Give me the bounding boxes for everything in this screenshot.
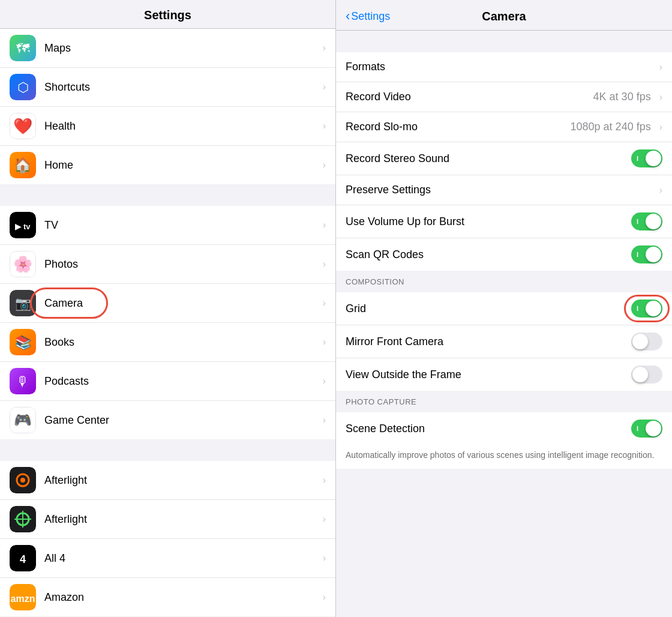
settings-group-0: 🗺Maps›⬡Shortcuts›❤️Health›🏠Home› xyxy=(0,29,335,184)
toggle-thumb xyxy=(646,247,661,262)
svg-text:📚: 📚 xyxy=(15,334,32,351)
toggle-track: I xyxy=(631,149,662,167)
right-item-record-video[interactable]: Record Video4K at 30 fps› xyxy=(336,82,672,112)
podcasts-label: Podcasts xyxy=(44,375,318,388)
toggle-grid[interactable]: I xyxy=(631,299,662,318)
toggle-record-stereo[interactable]: I xyxy=(631,149,662,167)
health-chevron-icon: › xyxy=(323,121,326,131)
settings-item-afterlight2[interactable]: Afterlight› xyxy=(0,500,335,539)
right-item-label-scan-qr: Scan QR Codes xyxy=(346,248,631,261)
settings-item-books[interactable]: 📚Books› xyxy=(0,323,335,362)
toggle-track: I xyxy=(631,212,662,230)
svg-text:amzn: amzn xyxy=(11,594,35,604)
home-icon: 🏠 xyxy=(10,152,36,178)
right-content: Formats›Record Video4K at 30 fps›Record … xyxy=(336,31,672,617)
right-item-record-stereo: Record Stereo SoundI xyxy=(336,142,672,175)
right-section-2: Scene DetectionI xyxy=(336,412,672,445)
settings-item-podcasts[interactable]: 🎙Podcasts› xyxy=(0,362,335,401)
right-item-label-scene-detection: Scene Detection xyxy=(346,423,631,435)
right-item-preserve-settings[interactable]: Preserve Settings› xyxy=(336,175,672,205)
toggle-i-label: I xyxy=(637,251,638,258)
left-panel: Settings 🗺Maps›⬡Shortcuts›❤️Health›🏠Home… xyxy=(0,0,336,617)
settings-item-all4[interactable]: 4All 4› xyxy=(0,539,335,578)
toggle-volume-burst[interactable]: I xyxy=(631,212,662,230)
all4-icon: 4 xyxy=(10,545,36,571)
right-item-label-mirror-front: Mirror Front Camera xyxy=(346,336,631,348)
toggle-thumb xyxy=(632,334,648,349)
svg-text:🗺: 🗺 xyxy=(16,41,30,56)
afterlight1-icon xyxy=(10,467,36,493)
right-item-label-view-outside: View Outside the Frame xyxy=(346,369,631,381)
settings-item-amazon[interactable]: amznAmazon› xyxy=(0,578,335,616)
toggle-view-outside[interactable] xyxy=(631,366,662,384)
toggle-track: I xyxy=(631,245,662,263)
toggle-i-label: I xyxy=(637,155,638,162)
toggle-i-label: I xyxy=(637,425,638,432)
photos-chevron-icon: › xyxy=(323,259,326,269)
settings-group-2: Afterlight›Afterlight›4All 4›amznAmazon› xyxy=(0,461,335,616)
books-chevron-icon: › xyxy=(323,337,326,348)
right-item-label-formats: Formats xyxy=(346,61,655,73)
maps-chevron-icon: › xyxy=(323,43,326,53)
amazon-chevron-icon: › xyxy=(323,592,326,603)
toggle-scene-detection[interactable]: I xyxy=(631,420,662,438)
settings-group-1: ▶ tvTV›🌸Photos›📷Camera›📚Books›🎙Podcasts›… xyxy=(0,206,335,439)
right-item-mirror-front: Mirror Front Camera xyxy=(336,325,672,358)
camera-chevron-icon: › xyxy=(323,298,326,308)
shortcuts-label: Shortcuts xyxy=(44,81,318,94)
photos-label: Photos xyxy=(44,258,318,271)
right-header: ‹ Settings Camera xyxy=(336,0,672,31)
separator-0 xyxy=(0,184,335,206)
toggle-track: I xyxy=(631,299,662,318)
settings-item-afterlight1[interactable]: Afterlight› xyxy=(0,461,335,500)
tv-icon: ▶ tv xyxy=(10,212,36,238)
gamecenter-icon: 🎮 xyxy=(10,407,36,433)
svg-point-16 xyxy=(20,478,25,483)
toggle-track xyxy=(631,366,662,384)
right-item-value-record-video: 4K at 30 fps xyxy=(593,91,651,103)
back-button[interactable]: ‹ Settings xyxy=(346,8,390,24)
right-item-chevron-formats: › xyxy=(659,62,662,73)
settings-item-health[interactable]: ❤️Health› xyxy=(0,107,335,146)
home-chevron-icon: › xyxy=(323,160,326,170)
section-label-1: COMPOSITION xyxy=(346,277,404,286)
settings-item-maps[interactable]: 🗺Maps› xyxy=(0,29,335,68)
back-label: Settings xyxy=(351,10,390,23)
right-item-label-preserve-settings: Preserve Settings xyxy=(346,184,655,196)
svg-text:🏠: 🏠 xyxy=(14,156,32,173)
shortcuts-icon: ⬡ xyxy=(10,74,36,100)
toggle-thumb xyxy=(646,151,661,166)
right-item-volume-burst: Use Volume Up for BurstI xyxy=(336,205,672,238)
svg-text:📷: 📷 xyxy=(15,295,32,312)
maps-label: Maps xyxy=(44,42,318,55)
settings-list: 🗺Maps›⬡Shortcuts›❤️Health›🏠Home›▶ tvTV›🌸… xyxy=(0,29,335,616)
camera-icon: 📷 xyxy=(10,290,36,316)
gamecenter-chevron-icon: › xyxy=(323,415,326,426)
settings-item-camera[interactable]: 📷Camera› xyxy=(0,284,335,323)
right-item-label-volume-burst: Use Volume Up for Burst xyxy=(346,215,631,228)
settings-item-tv[interactable]: ▶ tvTV› xyxy=(0,206,335,245)
settings-item-shortcuts[interactable]: ⬡Shortcuts› xyxy=(0,68,335,107)
settings-item-home[interactable]: 🏠Home› xyxy=(0,146,335,184)
health-icon: ❤️ xyxy=(10,113,36,139)
back-chevron-icon: ‹ xyxy=(346,8,350,24)
svg-text:🎙: 🎙 xyxy=(16,374,29,389)
all4-chevron-icon: › xyxy=(323,553,326,564)
section-separator-1: COMPOSITION xyxy=(336,271,672,292)
toggle-thumb xyxy=(632,367,648,382)
toggle-scan-qr[interactable]: I xyxy=(631,245,662,263)
right-item-formats[interactable]: Formats› xyxy=(336,52,672,82)
shortcuts-chevron-icon: › xyxy=(323,82,326,92)
settings-item-photos[interactable]: 🌸Photos› xyxy=(0,245,335,284)
right-item-view-outside: View Outside the Frame xyxy=(336,358,672,391)
toggle-i-label: I xyxy=(637,305,638,312)
section-label-2: PHOTO CAPTURE xyxy=(346,397,416,406)
afterlight1-chevron-icon: › xyxy=(323,475,326,486)
scene-detection-description: Automatically improve photos of various … xyxy=(336,445,672,469)
top-separator xyxy=(336,31,672,52)
right-item-record-slomo[interactable]: Record Slo-mo1080p at 240 fps› xyxy=(336,112,672,142)
toggle-mirror-front[interactable] xyxy=(631,333,662,351)
settings-item-gamecenter[interactable]: 🎮Game Center› xyxy=(0,401,335,439)
right-item-label-grid: Grid xyxy=(346,302,631,315)
right-item-label-record-slomo: Record Slo-mo xyxy=(346,121,571,133)
